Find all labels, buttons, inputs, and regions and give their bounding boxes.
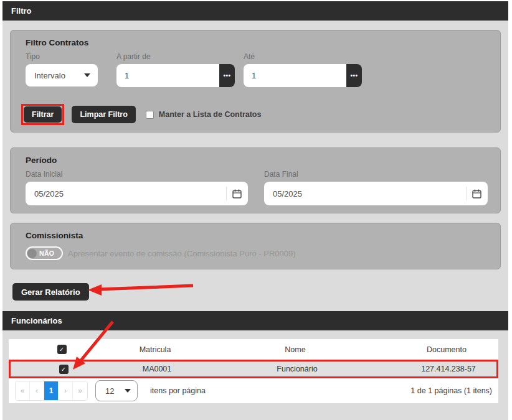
comissionista-label: Apresentar evento de comissão (Comission… bbox=[68, 249, 296, 258]
toggle-knob-icon bbox=[27, 249, 37, 258]
field-data-final: Data Final 05/2025 bbox=[264, 170, 488, 205]
tipo-select-value: Intervalo bbox=[34, 71, 65, 80]
funcionarios-table: ✓ Matricula Nome Documento ✓ MA0001 Func… bbox=[9, 339, 498, 403]
manter-lista-label: Manter a Lista de Contratos bbox=[159, 110, 262, 119]
ellipsis-icon: ••• bbox=[350, 72, 358, 79]
field-data-inicial: Data Inicial 05/2025 bbox=[26, 170, 248, 205]
row-checkbox-cell: ✓ bbox=[11, 365, 116, 374]
a-partir-de-group: 1 ••• bbox=[116, 64, 235, 87]
tipo-label: Tipo bbox=[26, 52, 98, 61]
field-a-partir-de: A partir de 1 ••• bbox=[116, 52, 235, 87]
panel-periodo-title: Período bbox=[26, 156, 485, 165]
panel-filtro-contratos: Filtro Contratos Tipo Intervalo A partir… bbox=[10, 30, 501, 133]
cell-documento: 127.414.238-57 bbox=[397, 365, 500, 373]
ate-lookup-button[interactable]: ••• bbox=[346, 64, 362, 87]
panel-periodo: Período Data Inicial 05/2025 Data Final bbox=[10, 147, 501, 213]
filtrar-button[interactable]: Filtrar bbox=[24, 106, 62, 123]
pagination-last-button[interactable]: » bbox=[73, 381, 87, 400]
input-divider bbox=[466, 187, 467, 200]
items-per-page-label: itens por página bbox=[150, 386, 206, 395]
filtro-body: Filtro Contratos Tipo Intervalo A partir… bbox=[2, 21, 508, 311]
table-header-row: ✓ Matricula Nome Documento bbox=[9, 339, 498, 360]
table-footer: « ‹ 1 › » 12 itens por página 1 de 1 pág… bbox=[9, 378, 498, 403]
a-partir-de-lookup-button[interactable]: ••• bbox=[219, 64, 235, 87]
data-final-value: 05/2025 bbox=[273, 189, 302, 198]
pagination-prev-button[interactable]: ‹ bbox=[30, 381, 44, 400]
data-inicial-value: 05/2025 bbox=[34, 189, 64, 198]
ate-label: Até bbox=[244, 52, 362, 61]
pagination-first-button[interactable]: « bbox=[16, 381, 30, 400]
pagination-group: « ‹ 1 › » bbox=[15, 381, 88, 401]
data-final-label: Data Final bbox=[264, 170, 488, 179]
annotation-box-filtrar: Filtrar bbox=[21, 104, 64, 125]
gerar-relatorio-button[interactable]: Gerar Relatório bbox=[12, 283, 89, 301]
periodo-fields-row: Data Inicial 05/2025 Data Final 05/2025 bbox=[26, 170, 485, 205]
limpar-filtro-button[interactable]: Limpar Filtro bbox=[72, 106, 135, 123]
page-size-value: 12 bbox=[105, 386, 114, 396]
pagination-next-button[interactable]: › bbox=[59, 381, 73, 400]
cell-nome: Funcionário bbox=[197, 365, 397, 373]
column-header-nome: Nome bbox=[196, 345, 395, 354]
a-partir-de-input[interactable]: 1 bbox=[116, 64, 219, 87]
column-header-matricula: Matricula bbox=[115, 345, 196, 354]
data-inicial-input[interactable]: 05/2025 bbox=[26, 182, 248, 205]
row-checkbox[interactable]: ✓ bbox=[59, 365, 69, 374]
filtro-title: Filtro bbox=[11, 6, 32, 16]
calendar-icon[interactable] bbox=[472, 189, 481, 198]
page-size-select[interactable]: 12 bbox=[95, 380, 138, 401]
field-tipo: Tipo Intervalo bbox=[26, 52, 98, 87]
select-all-checkbox[interactable]: ✓ bbox=[57, 345, 67, 354]
toggle-state-label: NÃO bbox=[39, 250, 54, 257]
ate-input[interactable]: 1 bbox=[244, 64, 346, 87]
ellipsis-icon: ••• bbox=[223, 72, 230, 79]
pagination-summary: 1 de 1 páginas (1 itens) bbox=[410, 386, 492, 395]
funcionarios-header-bar: Funcionários bbox=[2, 311, 508, 330]
panel-filtro-contratos-title: Filtro Contratos bbox=[26, 38, 485, 47]
chevron-down-icon bbox=[125, 389, 131, 393]
funcionarios-title: Funcionários bbox=[11, 316, 62, 325]
contratos-actions-row: Filtrar Limpar Filtro Manter a Lista de … bbox=[26, 104, 485, 125]
check-icon: ✓ bbox=[59, 346, 64, 353]
manter-lista-checkbox[interactable] bbox=[146, 111, 154, 119]
filtro-header-bar: Filtro bbox=[2, 1, 508, 21]
data-final-input[interactable]: 05/2025 bbox=[264, 182, 488, 205]
data-inicial-label: Data Inicial bbox=[26, 170, 248, 179]
field-ate: Até 1 ••• bbox=[244, 52, 362, 87]
main-card: Filtro Filtro Contratos Tipo Intervalo A… bbox=[2, 1, 508, 420]
column-header-documento: Documento bbox=[395, 345, 498, 354]
a-partir-de-label: A partir de bbox=[116, 52, 235, 61]
chevron-down-icon bbox=[84, 73, 90, 77]
comissionista-toggle[interactable]: NÃO bbox=[26, 246, 63, 260]
funcionarios-body: ✓ Matricula Nome Documento ✓ MA0001 Func… bbox=[2, 330, 508, 420]
cell-matricula: MA0001 bbox=[116, 365, 197, 373]
ate-group: 1 ••• bbox=[244, 64, 362, 87]
panel-comissionista: Comissionista NÃO Apresentar evento de c… bbox=[10, 223, 501, 269]
tipo-select[interactable]: Intervalo bbox=[26, 64, 98, 86]
pagination-page-1-button[interactable]: 1 bbox=[44, 381, 59, 400]
header-checkbox-cell: ✓ bbox=[9, 345, 115, 354]
check-icon: ✓ bbox=[61, 366, 66, 373]
table-row[interactable]: ✓ MA0001 Funcionário 127.414.238-57 bbox=[9, 360, 498, 378]
calendar-icon[interactable] bbox=[232, 189, 242, 198]
panel-comissionista-title: Comissionista bbox=[26, 231, 485, 240]
comissionista-toggle-row: NÃO Apresentar evento de comissão (Comis… bbox=[26, 246, 485, 260]
contratos-fields-row: Tipo Intervalo A partir de 1 ••• Até bbox=[26, 52, 485, 87]
input-divider bbox=[226, 187, 227, 200]
